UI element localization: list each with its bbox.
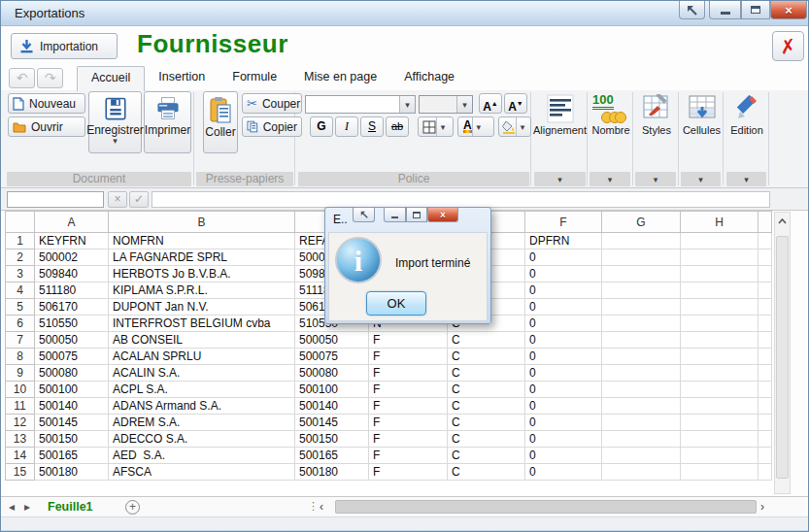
grid-cell[interactable] [602, 233, 681, 249]
nombre-dropdown[interactable]: ▾ [590, 172, 630, 186]
grid-cell[interactable]: C [448, 464, 525, 481]
cell-name-box[interactable] [7, 191, 104, 208]
styles-group-button[interactable]: Styles [635, 90, 678, 136]
grid-cell[interactable] [681, 233, 758, 249]
row-number[interactable]: 8 [6, 349, 35, 365]
row-number[interactable]: 14 [6, 448, 35, 464]
grid-cell[interactable] [758, 365, 772, 382]
grid-cell[interactable]: C [448, 382, 525, 398]
grid-cell[interactable]: NOMFRN [109, 233, 295, 249]
bold-button[interactable]: G [310, 116, 333, 137]
underline-button[interactable]: S [360, 116, 384, 137]
grid-cell[interactable]: C [448, 365, 525, 382]
grid-cell[interactable]: 0 [525, 365, 602, 382]
grid-cell[interactable]: 0 [525, 266, 602, 283]
scroll-up-button[interactable] [775, 213, 790, 229]
row-number[interactable]: 1 [6, 233, 35, 249]
grid-cell[interactable]: 510550 [35, 316, 109, 332]
grid-cell[interactable] [758, 249, 772, 266]
grid-cell[interactable]: C [448, 349, 525, 365]
grid-cell[interactable]: LA FAGNARDE SPRL [109, 249, 295, 266]
grid-cell[interactable]: 500100 [35, 382, 109, 398]
grid-cell[interactable] [758, 382, 772, 398]
grid-cell[interactable]: 500165 [35, 448, 109, 464]
row-number[interactable]: 11 [6, 398, 35, 415]
grid-cell[interactable]: 500050 [35, 332, 109, 349]
formula-cancel-button[interactable]: × [108, 191, 127, 208]
grid-cell[interactable] [681, 365, 758, 382]
grid-cell[interactable] [681, 299, 758, 316]
tab-formule[interactable]: Formule [219, 65, 290, 90]
grid-cell[interactable]: 500002 [35, 249, 109, 266]
grid-cell[interactable]: 500165 [295, 448, 369, 464]
grid-cell[interactable]: 500140 [295, 398, 369, 415]
tab-affichage[interactable]: Affichage [390, 65, 468, 90]
grid-cell[interactable] [681, 431, 758, 448]
row-number[interactable]: 13 [6, 431, 35, 448]
grid-cell[interactable]: 0 [525, 415, 602, 431]
dialog-maximize-button[interactable] [406, 208, 427, 222]
grid-cell[interactable]: 0 [525, 464, 602, 481]
nombre-group-button[interactable]: 100 Nombre [590, 90, 632, 136]
grid-cell[interactable]: C [448, 398, 525, 415]
grid-cell[interactable] [681, 448, 758, 464]
cellules-group-button[interactable]: Cellules [681, 90, 723, 136]
grid-cell[interactable] [602, 398, 681, 415]
grid-cell[interactable] [602, 266, 681, 283]
grid-cell[interactable]: F [369, 431, 448, 448]
ouvrir-button[interactable]: Ouvrir [8, 116, 85, 137]
grid-cell[interactable]: C [448, 431, 525, 448]
grid-cell[interactable] [602, 365, 681, 382]
column-header-A[interactable]: A [35, 212, 109, 233]
grid-cell[interactable]: ADANS Armand S.A. [109, 398, 295, 415]
grid-cell[interactable]: 500150 [295, 431, 369, 448]
grid-cell[interactable]: 500075 [295, 349, 369, 365]
importation-button[interactable]: Importation [11, 33, 118, 59]
grid-cell[interactable]: 506170 [35, 299, 109, 316]
copier-button[interactable]: Copier [242, 116, 302, 137]
grid-cell[interactable] [681, 398, 758, 415]
grid-cell[interactable]: F [369, 349, 448, 365]
grid-cell[interactable]: ACPL S.A. [109, 382, 295, 398]
grid-cell[interactable] [758, 266, 772, 283]
grid-cell[interactable]: 500180 [35, 464, 109, 481]
grid-cell[interactable] [602, 464, 681, 481]
column-header-H[interactable]: H [681, 212, 758, 233]
grid-cell[interactable]: 0 [525, 349, 602, 365]
grid-cell[interactable]: 0 [525, 332, 602, 349]
grid-cell[interactable] [758, 415, 772, 431]
italic-button[interactable]: I [335, 116, 358, 137]
grid-cell[interactable]: F [369, 464, 448, 481]
grid-cell[interactable]: 511180 [35, 283, 109, 299]
font-color-button[interactable]: A ▾ [457, 116, 494, 137]
grid-cell[interactable]: ACALIN S.A. [109, 365, 295, 382]
grid-cell[interactable]: 500050 [295, 332, 369, 349]
horizontal-scrollbar[interactable] [335, 500, 757, 514]
row-number[interactable]: 3 [6, 266, 35, 283]
grid-cell[interactable]: 509840 [35, 266, 109, 283]
row-number[interactable]: 2 [6, 249, 35, 266]
vertical-scrollbar[interactable] [774, 212, 791, 494]
grid-cell[interactable] [758, 398, 772, 415]
grid-cell[interactable] [681, 382, 758, 398]
sheet-next-button[interactable]: ▸ [24, 500, 30, 514]
grid-cell[interactable] [681, 249, 758, 266]
enregistrer-button[interactable]: Enregistrer ▾ [88, 91, 142, 153]
grid-cell[interactable]: 0 [525, 283, 602, 299]
column-header-G[interactable]: G [602, 212, 681, 233]
grid-cell[interactable]: F [369, 332, 448, 349]
column-header-F[interactable]: F [525, 212, 602, 233]
alignement-dropdown[interactable]: ▾ [534, 172, 586, 186]
undo-button[interactable]: ↶ [9, 68, 35, 88]
grid-cell[interactable]: C [448, 415, 525, 431]
grid-cell[interactable] [681, 266, 758, 283]
cellules-dropdown[interactable]: ▾ [681, 172, 721, 186]
grid-cell[interactable]: DUPONT Jan N.V. [109, 299, 295, 316]
scroll-right-button[interactable]: › [760, 500, 764, 514]
grid-cell[interactable] [758, 332, 772, 349]
row-number[interactable]: 15 [6, 464, 35, 481]
grid-cell[interactable]: F [369, 382, 448, 398]
grid-cell[interactable]: KEYFRN [35, 233, 109, 249]
sheet-tab[interactable]: Feuille1 [48, 500, 93, 514]
grid-cell[interactable]: DPFRN [525, 233, 602, 249]
